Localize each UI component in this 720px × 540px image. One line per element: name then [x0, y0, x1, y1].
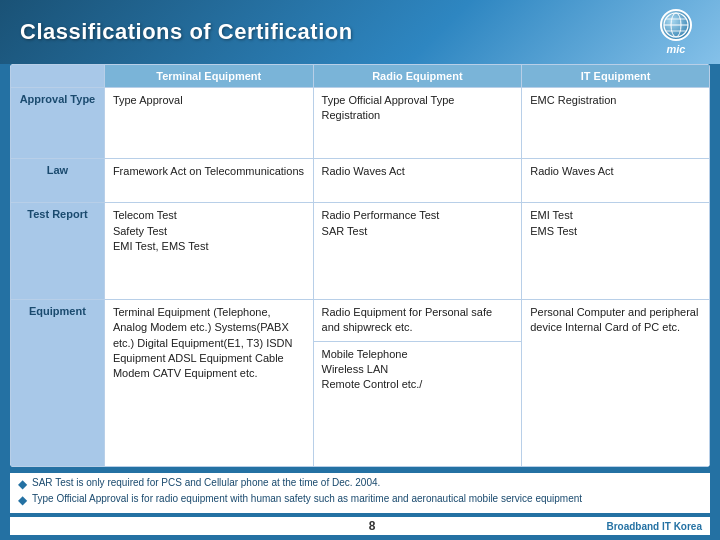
table-row: Test Report Telecom TestSafety TestEMI T…	[11, 203, 710, 300]
col-header-terminal: Terminal Equipment	[104, 65, 313, 88]
cell-law-terminal: Framework Act on Telecommunications	[104, 158, 313, 203]
cell-equipment-terminal: Terminal Equipment (Telephone, Analog Mo…	[104, 299, 313, 466]
logo-text: mic	[667, 43, 686, 55]
globe-icon	[662, 11, 690, 39]
table-row: Law Framework Act on Telecommunications …	[11, 158, 710, 203]
row-header-test-report: Test Report	[11, 203, 105, 300]
page: Classifications of Certification mic Ter…	[0, 0, 720, 540]
col-header-it: IT Equipment	[522, 65, 710, 88]
bullet-icon-2: ◆	[18, 493, 27, 507]
bullet-icon-1: ◆	[18, 477, 27, 491]
footer-note-2: ◆ Type Official Approval is for radio eq…	[18, 493, 702, 507]
cell-law-radio: Radio Waves Act	[313, 158, 522, 203]
footer-bottom: 8 Broadband IT Korea	[10, 517, 710, 535]
brand-label: Broadband IT Korea	[606, 521, 702, 532]
col-header-radio: Radio Equipment	[313, 65, 522, 88]
row-header-approval: Approval Type	[11, 88, 105, 159]
cell-approval-radio: Type Official Approval Type Registration	[313, 88, 522, 159]
table-row: Equipment Terminal Equipment (Telephone,…	[11, 299, 710, 466]
page-number: 8	[138, 519, 606, 533]
empty-header	[11, 65, 105, 88]
cell-equipment-it: Personal Computer and peripheral device …	[522, 299, 710, 466]
cell-testreport-terminal: Telecom TestSafety TestEMI Test, EMS Tes…	[104, 203, 313, 300]
footer-notes: ◆ SAR Test is only required for PCS and …	[10, 473, 710, 513]
cell-law-it: Radio Waves Act	[522, 158, 710, 203]
logo-globe	[660, 9, 692, 41]
header: Classifications of Certification mic	[0, 0, 720, 64]
cell-approval-it: EMC Registration	[522, 88, 710, 159]
cell-approval-terminal: Type Approval	[104, 88, 313, 159]
main-content: Terminal Equipment Radio Equipment IT Eq…	[10, 64, 710, 467]
cell-testreport-radio: Radio Performance TestSAR Test	[313, 203, 522, 300]
row-header-law: Law	[11, 158, 105, 203]
certification-table: Terminal Equipment Radio Equipment IT Eq…	[10, 64, 710, 467]
row-header-equipment: Equipment	[11, 299, 105, 466]
page-title: Classifications of Certification	[20, 19, 353, 45]
cell-equipment-radio: Radio Equipment for Personal safe and sh…	[313, 299, 522, 466]
cell-testreport-it: EMI TestEMS Test	[522, 203, 710, 300]
table-row: Approval Type Type Approval Type Officia…	[11, 88, 710, 159]
logo: mic	[652, 12, 700, 52]
footer-note-1: ◆ SAR Test is only required for PCS and …	[18, 477, 702, 491]
